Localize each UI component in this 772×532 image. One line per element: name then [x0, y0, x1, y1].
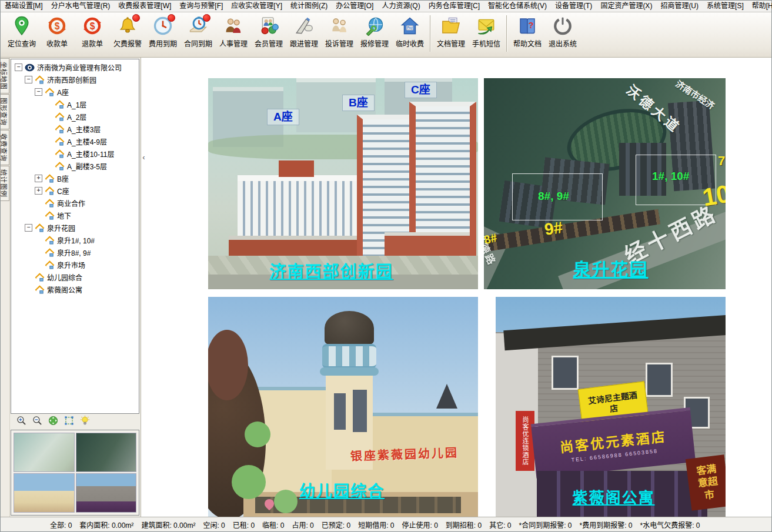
- tree-node[interactable]: 泉升8#, 9#: [12, 246, 139, 259]
- tree-node[interactable]: −济南西部创新园: [12, 73, 139, 86]
- menu-item[interactable]: 系统管理[S]: [703, 1, 748, 12]
- building-label-c: C座: [405, 82, 437, 98]
- tree-node[interactable]: 泉升市场: [12, 259, 139, 271]
- tree-node[interactable]: 地下: [12, 209, 139, 222]
- tree-node[interactable]: −济南微为商业管理有限公司: [12, 61, 139, 73]
- sms-button[interactable]: 手机短信: [469, 14, 504, 48]
- status-item: 停止使用: 0: [402, 520, 437, 530]
- side-tab-statistics-legend[interactable]: 统计图例: [1, 166, 9, 201]
- tower-ring-graphic: [322, 344, 376, 369]
- help-doc-button[interactable]: ?帮助文档: [510, 14, 545, 48]
- fit-view-button[interactable]: [63, 416, 75, 427]
- tree-node[interactable]: A_主楼10-11层: [12, 148, 139, 160]
- svg-text:$: $: [90, 21, 95, 31]
- tree-node-label: 紫薇阁公寓: [47, 285, 82, 295]
- followup-management-button[interactable]: 跟进管理: [286, 14, 322, 48]
- tree-toggle-icon[interactable]: −: [25, 76, 32, 83]
- tree-node[interactable]: 泉升1#, 10#: [12, 234, 139, 246]
- document-management-button[interactable]: 文档管理: [433, 14, 469, 48]
- side-tab-fee-query[interactable]: 收费查询: [1, 130, 9, 165]
- menu-item[interactable]: 内务仓库管理[C]: [425, 1, 484, 12]
- minimap-thumb-innovation-park[interactable]: [14, 433, 75, 472]
- highlight-button[interactable]: [79, 416, 91, 427]
- tree-node-label: A座: [57, 87, 69, 97]
- tree-node[interactable]: 幼儿园综合: [12, 271, 139, 283]
- side-tab-coordinate-map[interactable]: 坐标地图: [1, 58, 9, 93]
- property-image-quansheng-garden[interactable]: 沃德大道 济南市经济 1#, 10# 8#, 9# 9# 8# 10 7 经十西…: [484, 78, 726, 289]
- menu-item[interactable]: 招商管理(U): [656, 1, 703, 12]
- caption-link-quansheng[interactable]: 泉升花园: [496, 255, 726, 281]
- house-icon: [35, 223, 45, 233]
- menu-item[interactable]: 查询与预警[F]: [175, 1, 227, 12]
- house-icon: [45, 260, 55, 270]
- tower-dome-graphic: [325, 311, 374, 345]
- caption-link-ziweige[interactable]: 紫薇阁公寓: [502, 486, 726, 507]
- menu-item[interactable]: 收费报表管理[W]: [114, 1, 175, 12]
- arrears-alarm-button[interactable]: 欠费报警: [110, 14, 145, 48]
- tree-node[interactable]: +C座: [12, 185, 139, 197]
- member-management-button[interactable]: 会员管理: [251, 14, 286, 48]
- tree-toggle-icon[interactable]: −: [15, 63, 22, 71]
- exit-system-button[interactable]: 退出系统: [545, 14, 580, 48]
- tree-node-label: A_2层: [67, 112, 86, 122]
- zoom-out-button[interactable]: [31, 416, 43, 427]
- tree-node[interactable]: A_1层: [12, 98, 139, 111]
- caption-link-innovation-park[interactable]: 济南西部创新园: [208, 259, 478, 282]
- property-image-ziweige-apartment[interactable]: 艾诗尼主题酒店 尚客优连锁酒店 尚客优元素酒店 TEL: 66586988 66…: [496, 297, 726, 517]
- toolbar-separator: [430, 15, 431, 52]
- temp-fee-button[interactable]: Pay临时收费: [392, 14, 427, 48]
- minimap-thumb-ziweige-apartment[interactable]: [76, 473, 137, 513]
- tree-node[interactable]: A_主楼3层: [12, 123, 139, 135]
- house-icon: [45, 174, 55, 183]
- menu-item[interactable]: 人力资源(Q): [377, 1, 424, 12]
- stopwatch-icon: [188, 15, 209, 37]
- menu-item[interactable]: 分户水电气管理(R): [47, 1, 115, 12]
- collapse-sidebar-button[interactable]: ‹: [141, 150, 146, 163]
- menu-item[interactable]: 基础设置[M]: [1, 1, 47, 12]
- locate-query-button[interactable]: 定位查询: [4, 14, 39, 48]
- caption-link-kindergarten[interactable]: 幼儿园综合: [208, 479, 478, 501]
- refund-button[interactable]: $退款单: [75, 14, 110, 48]
- complaint-management-button[interactable]: 投诉管理: [322, 14, 357, 48]
- house-icon: [35, 273, 45, 282]
- unit-label-7: 7: [718, 153, 725, 169]
- tree-node[interactable]: A_副楼3-5层: [12, 160, 139, 172]
- receipt-button[interactable]: $收款单: [39, 14, 75, 48]
- minimap-thumb-quansheng-garden[interactable]: [76, 433, 137, 472]
- tree-toggle-icon[interactable]: +: [35, 187, 42, 195]
- menu-item[interactable]: 智能化仓储系统(V): [484, 1, 551, 12]
- menu-item[interactable]: 统计图例(Z): [286, 1, 332, 12]
- folder-icon: [440, 15, 462, 37]
- side-tab-graphic-query[interactable]: 图形查询: [1, 94, 9, 129]
- menu-item[interactable]: 办公管理[O]: [332, 1, 377, 12]
- repair-management-button[interactable]: 报修管理: [357, 14, 392, 48]
- tree-node[interactable]: A_2层: [12, 111, 139, 123]
- alert-badge: [132, 14, 140, 22]
- tree-node[interactable]: +B座: [12, 172, 139, 185]
- toolbar-button-label: 帮助文档: [513, 38, 542, 48]
- menu-item[interactable]: 设备管理(T): [551, 1, 596, 12]
- minimap-thumb-kindergarten[interactable]: [14, 473, 75, 513]
- tree-node[interactable]: A_主楼4-9层: [12, 135, 139, 148]
- house-icon: [45, 248, 55, 257]
- hr-management-button[interactable]: 人事管理: [216, 14, 251, 48]
- map-toolbar: [11, 414, 139, 429]
- tree-node[interactable]: 商业合作: [12, 197, 139, 209]
- menu-item[interactable]: 固定资产管理(X): [596, 1, 656, 12]
- tree-node[interactable]: −泉升花园: [12, 222, 139, 234]
- tree-toggle-icon[interactable]: −: [25, 224, 32, 232]
- tree-toggle-icon[interactable]: +: [35, 175, 42, 182]
- property-image-kindergarten[interactable]: 银座紫薇园幼儿园 幼儿园综合: [208, 297, 478, 517]
- property-image-innovation-park[interactable]: A座 B座 C座 济南西部创新园: [208, 78, 478, 289]
- tree-node[interactable]: −A座: [12, 86, 139, 98]
- pan-button[interactable]: [47, 416, 59, 427]
- tree-node[interactable]: 紫薇阁公寓: [12, 283, 139, 296]
- house-icon: [45, 236, 55, 245]
- menu-item[interactable]: 应收实收管理[Y]: [227, 1, 286, 12]
- tree-toggle-icon[interactable]: −: [35, 88, 42, 96]
- contract-due-button[interactable]: 合同到期: [181, 14, 216, 48]
- zoom-in-button[interactable]: [15, 416, 27, 427]
- fee-due-button[interactable]: 费用到期: [145, 14, 181, 48]
- menu-item[interactable]: 帮助[H]: [748, 1, 772, 12]
- toolbar-button-label: 定位查询: [8, 38, 36, 48]
